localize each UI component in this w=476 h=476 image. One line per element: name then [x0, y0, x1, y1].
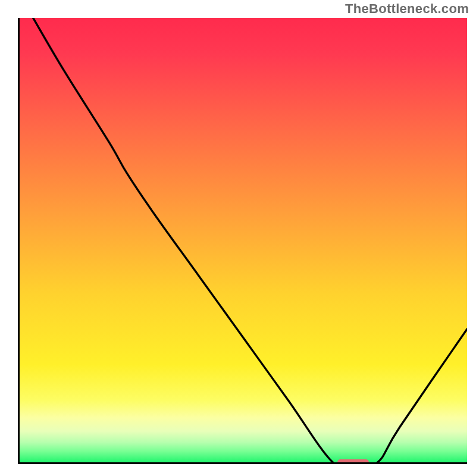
chart-stage: TheBottleneck.com — [0, 0, 476, 476]
curve-path — [33, 18, 467, 462]
plot-area — [18, 18, 467, 464]
bottleneck-curve — [20, 18, 467, 462]
watermark-text: TheBottleneck.com — [345, 1, 469, 17]
optimal-marker — [337, 459, 369, 464]
